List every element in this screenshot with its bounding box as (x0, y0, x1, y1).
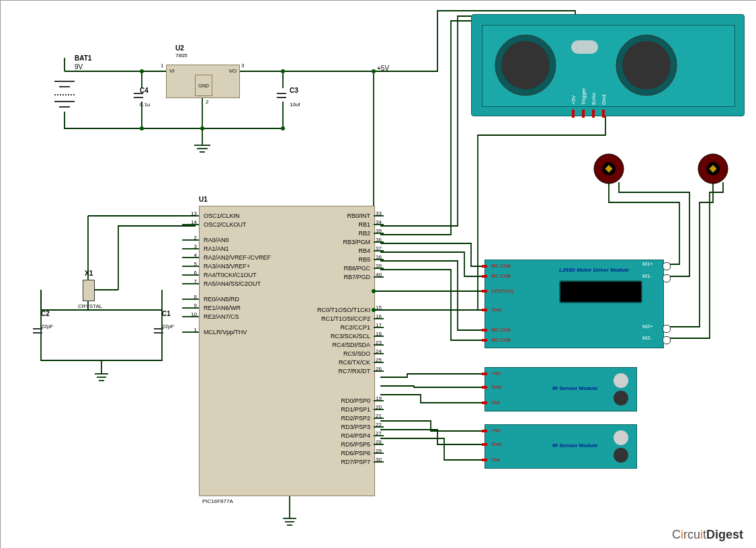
c3-ref: C3 (290, 87, 298, 94)
ir-module-2: IR Sensor Module (485, 424, 637, 469)
crystal-ref: X1 (85, 270, 93, 277)
regulator-body: VI VO GND (166, 65, 240, 98)
motor-driver-module: L293D Motor Driver Module (485, 260, 664, 348)
reg-part: 7805 (175, 52, 187, 58)
svg-point-61 (501, 41, 550, 89)
schematic-canvas: BAT1 9V U2 7805 VI VO GND 1 3 2 C4 0.1u … (0, 0, 756, 548)
mcu-part: PIC16F877A (202, 498, 233, 504)
battery-ref: BAT1 (75, 54, 91, 62)
mcu-ref: U1 (199, 196, 208, 203)
battery-symbol (48, 68, 81, 122)
reg-ref: U2 (175, 44, 184, 52)
c4-symbol (132, 87, 145, 107)
crystal-body (83, 280, 95, 301)
motor-1 (585, 152, 632, 186)
ir-module-1: IR Sensor Module (485, 367, 637, 412)
motor-2 (689, 152, 737, 186)
c1-symbol (152, 322, 165, 342)
c3-symbol (275, 87, 288, 107)
watermark: CircuitDigest (672, 528, 743, 542)
c2-ref: C2 (41, 310, 50, 317)
c1-ref: C1 (162, 310, 171, 317)
c2-symbol (31, 322, 44, 342)
ultrasonic-module (471, 14, 745, 116)
rail-5v: +5V (377, 65, 389, 72)
svg-point-63 (622, 41, 671, 89)
